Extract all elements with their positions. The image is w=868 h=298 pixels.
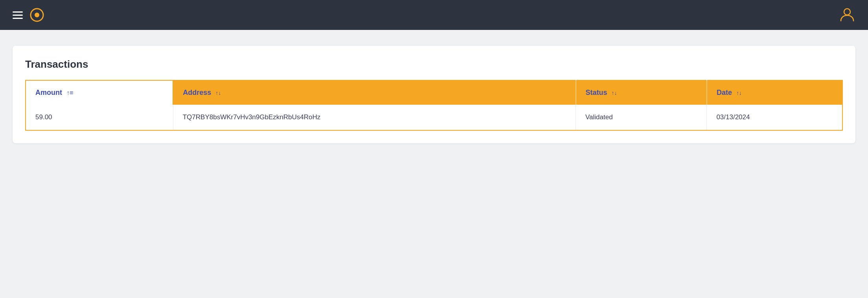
column-header-amount[interactable]: Amount ↑≡ — [26, 80, 173, 105]
cell-status: Validated — [576, 105, 707, 130]
table-header-row: Amount ↑≡ Address ↑↓ Status ↑↓ Date ↑↓ — [26, 80, 842, 105]
header — [0, 0, 868, 30]
user-icon[interactable] — [839, 6, 855, 24]
menu-icon[interactable] — [13, 11, 23, 19]
svg-point-2 — [844, 9, 850, 15]
header-left — [13, 8, 44, 22]
cell-address: TQ7RBY8bsWKr7vHv3n9GbEzknRbUs4RoHz — [173, 105, 576, 130]
cell-amount: 59.00 — [26, 105, 173, 130]
column-header-date[interactable]: Date ↑↓ — [707, 80, 842, 105]
column-header-status[interactable]: Status ↑↓ — [576, 80, 707, 105]
transactions-card: Transactions Amount ↑≡ Address ↑↓ Status… — [13, 46, 855, 143]
transactions-table: Amount ↑≡ Address ↑↓ Status ↑↓ Date ↑↓ — [25, 80, 843, 131]
sort-icon-status: ↑↓ — [612, 90, 617, 96]
table-row[interactable]: 59.00TQ7RBY8bsWKr7vHv3n9GbEzknRbUs4RoHzV… — [26, 105, 842, 130]
logo-icon — [30, 8, 44, 22]
sort-icon-amount: ↑≡ — [66, 89, 73, 96]
page-title: Transactions — [25, 58, 843, 70]
sort-icon-date: ↑↓ — [736, 90, 742, 96]
column-header-address[interactable]: Address ↑↓ — [173, 80, 576, 105]
main-content: Transactions Amount ↑≡ Address ↑↓ Status… — [0, 30, 868, 159]
svg-point-1 — [35, 13, 39, 17]
sort-icon-address: ↑↓ — [215, 90, 221, 96]
table-body: 59.00TQ7RBY8bsWKr7vHv3n9GbEzknRbUs4RoHzV… — [26, 105, 842, 130]
cell-date: 03/13/2024 — [707, 105, 842, 130]
